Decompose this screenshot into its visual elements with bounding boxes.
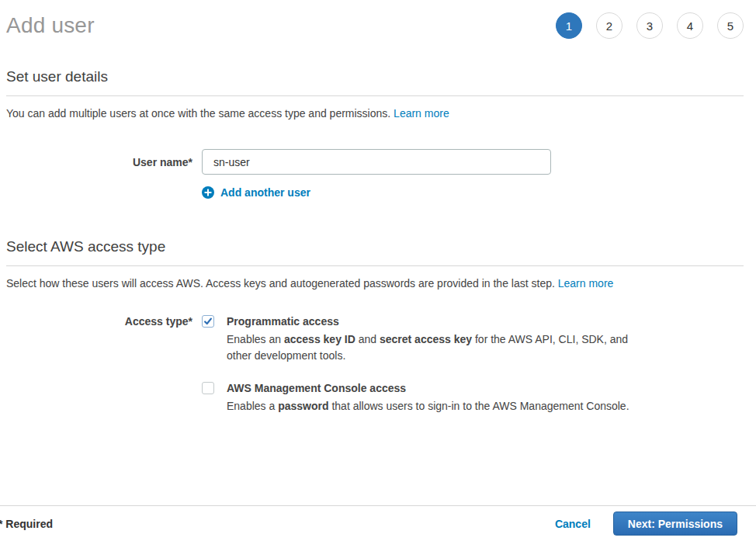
section-heading-user-details: Set user details <box>6 68 744 96</box>
cancel-button[interactable]: Cancel <box>555 518 591 530</box>
required-asterisk: * <box>0 518 2 530</box>
access-type-row: Access type* Programmatic access Enables… <box>6 314 744 414</box>
user-name-input[interactable] <box>202 149 551 175</box>
desc-segment: Enables an <box>227 333 284 345</box>
page-header: Add user 1 2 3 4 5 <box>6 8 744 43</box>
step-3: 3 <box>636 12 663 39</box>
console-access-option: AWS Management Console access Enables a … <box>202 381 634 414</box>
user-details-description-text: You can add multiple users at once with … <box>6 107 390 120</box>
add-another-user-label: Add another user <box>220 186 310 199</box>
programmatic-access-option: Programmatic access Enables an access ke… <box>202 314 634 364</box>
desc-segment-bold: password <box>278 400 328 412</box>
next-permissions-button[interactable]: Next: Permissions <box>613 512 737 536</box>
plus-circle-icon <box>202 186 214 199</box>
access-type-label: Access type* <box>6 314 192 328</box>
access-type-options: Programmatic access Enables an access ke… <box>202 314 634 414</box>
access-type-description-text: Select how these users will access AWS. … <box>6 277 555 290</box>
console-access-text: AWS Management Console access Enables a … <box>227 381 634 414</box>
wizard-footer: * Required Cancel Next: Permissions <box>0 505 756 541</box>
desc-segment-bold: access key ID <box>284 333 355 345</box>
access-type-description: Select how these users will access AWS. … <box>6 276 744 291</box>
step-2: 2 <box>596 12 622 39</box>
desc-segment: Enables a <box>227 400 278 412</box>
console-access-checkbox[interactable] <box>202 382 214 394</box>
programmatic-access-title: Programmatic access <box>227 314 634 328</box>
user-details-learn-more-link[interactable]: Learn more <box>394 107 449 120</box>
step-5: 5 <box>717 12 744 39</box>
page-title: Add user <box>6 13 95 38</box>
programmatic-access-checkbox[interactable] <box>202 315 214 328</box>
desc-segment-bold: secret access key <box>380 333 472 345</box>
programmatic-access-desc: Enables an access key ID and secret acce… <box>227 331 634 364</box>
desc-segment: that allows users to sign-in to the AWS … <box>329 400 629 412</box>
access-type-learn-more-link[interactable]: Learn more <box>558 277 614 290</box>
user-details-description: You can add multiple users at once with … <box>6 106 744 121</box>
step-4: 4 <box>677 12 703 39</box>
console-access-desc: Enables a password that allows users to … <box>227 398 634 414</box>
add-another-user-row: Add another user <box>202 186 744 199</box>
console-access-title: AWS Management Console access <box>227 381 634 395</box>
desc-segment: and <box>355 333 380 345</box>
step-1: 1 <box>556 12 582 39</box>
required-label: Required <box>5 518 53 530</box>
checkmark-icon <box>203 317 213 326</box>
step-indicator: 1 2 3 4 5 <box>556 12 744 39</box>
programmatic-access-text: Programmatic access Enables an access ke… <box>227 314 634 364</box>
add-user-page: Add user 1 2 3 4 5 Set user details You … <box>0 0 756 541</box>
add-another-user-link[interactable]: Add another user <box>202 186 310 199</box>
user-name-row: User name* <box>6 149 744 175</box>
section-heading-access-type: Select AWS access type <box>6 238 744 266</box>
user-name-label: User name* <box>6 156 192 168</box>
required-note: * Required <box>6 518 54 530</box>
